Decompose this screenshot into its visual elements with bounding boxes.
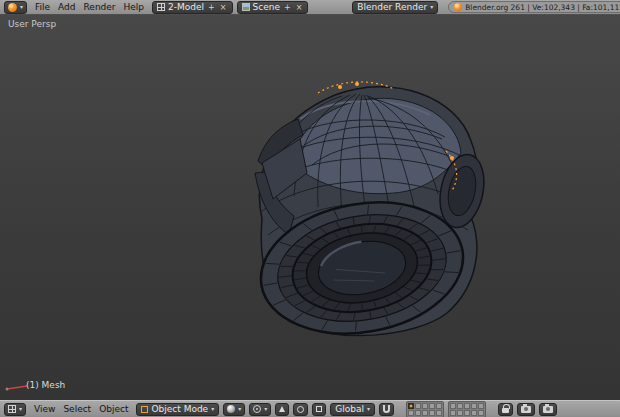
screen-layout-icon [157,3,165,11]
viewport-3d[interactable]: User Persp [0,15,620,400]
snap-toggle[interactable] [379,403,394,416]
scale-square-icon [316,406,322,412]
scene-selector[interactable]: Scene + × [237,1,309,14]
layer-toggle[interactable] [450,403,456,409]
rotate-circle-icon [297,406,304,413]
chevron-down-icon: ▾ [367,406,370,412]
layer-toggle[interactable] [457,403,463,409]
layer-toggle[interactable] [436,403,442,409]
manipulator-rotate-toggle[interactable] [293,403,308,416]
layer-bank-1 [406,401,444,417]
active-object-label: (1) Mesh [26,380,65,390]
menu-help[interactable]: Help [120,2,149,12]
mode-value: Object Mode [151,404,208,414]
screen-layout-selector[interactable]: 2-Model + × [152,1,232,14]
render-engine-value: Blender Render [357,2,427,12]
scene-value: Scene [253,2,280,12]
layer-toggle[interactable] [429,403,435,409]
info-header: ▾ File Add Render Help 2-Model + × Scene… [0,0,620,15]
scene-icon [242,3,250,11]
chevron-down-icon: ▾ [211,406,214,412]
stats-text: Blender.org 261 | Ve:102,343 | Fa:101,11… [465,3,620,12]
screen-layout-value: 2-Model [168,2,204,12]
view3d-header: ▾ View Select Object Object Mode ▾ ▾ ▾ [0,400,620,417]
delete-scene-button[interactable]: × [295,3,304,12]
chevron-down-icon: ▾ [20,4,23,10]
menu-file[interactable]: File [31,2,54,12]
blender-window: ▾ File Add Render Help 2-Model + × Scene… [0,0,620,417]
layer-toggle[interactable] [429,410,435,416]
layer-toggle[interactable] [436,410,442,416]
layer-toggle[interactable] [422,410,428,416]
blender-icon [454,3,462,11]
layer-toggle[interactable] [415,410,421,416]
layer-toggle[interactable] [471,410,477,416]
delete-layout-button[interactable]: × [219,3,228,12]
menu-object[interactable]: Object [95,404,132,414]
editor-type-button[interactable]: ▾ [4,403,26,416]
layer-toggle[interactable] [415,403,421,409]
lock-to-scene-toggle[interactable] [498,403,513,416]
layer-toggle[interactable] [408,403,414,409]
menu-select[interactable]: Select [59,404,95,414]
manipulator-scale-toggle[interactable] [312,403,326,416]
pivot-selector[interactable]: ▾ [249,403,271,416]
layer-toggle[interactable] [422,403,428,409]
transform-orientation-selector[interactable]: Global ▾ [330,403,375,416]
layer-toggle[interactable] [464,410,470,416]
add-layout-button[interactable]: + [207,3,216,12]
editor-3dview-icon [8,405,16,413]
stats-readout: Blender.org 261 | Ve:102,343 | Fa:101,11… [448,1,620,13]
chevron-down-icon: ▾ [238,406,241,412]
chevron-down-icon: ▾ [264,406,267,412]
shading-sphere-icon [227,405,235,413]
manipulator-translate-toggle[interactable] [275,403,289,416]
model-helmet-wireframe [0,15,620,400]
layer-toggle[interactable] [471,403,477,409]
blender-icon [8,3,17,12]
object-mode-icon [141,406,148,413]
camera-icon [521,406,531,413]
mode-selector[interactable]: Object Mode ▾ [136,403,219,416]
pivot-point-icon [253,405,261,413]
layer-toggle[interactable] [408,410,414,416]
layer-toggle[interactable] [478,403,484,409]
layer-toggle[interactable] [457,410,463,416]
chevron-down-icon: ▾ [430,4,433,10]
lock-icon [502,408,509,413]
render-opengl-anim-button[interactable] [539,403,557,416]
layer-toggle[interactable] [478,410,484,416]
menu-view[interactable]: View [30,404,59,414]
viewport-shading-selector[interactable]: ▾ [223,403,245,416]
view3d-menubar: View Select Object [30,404,132,414]
magnet-icon [383,405,390,413]
layer-bank-2 [448,401,486,417]
render-engine-selector[interactable]: Blender Render ▾ [352,1,438,14]
menu-add[interactable]: Add [54,2,79,12]
menu-render[interactable]: Render [80,2,120,12]
render-opengl-button[interactable] [517,403,535,416]
camera-icon [543,406,553,413]
orientation-value: Global [335,404,364,414]
top-menubar: File Add Render Help [31,2,148,12]
layer-toggle[interactable] [464,403,470,409]
layer-toggle[interactable] [450,410,456,416]
add-scene-button[interactable]: + [283,3,292,12]
editor-type-button[interactable]: ▾ [4,1,27,14]
translate-arrow-icon [279,406,285,412]
chevron-down-icon: ▾ [19,406,22,412]
